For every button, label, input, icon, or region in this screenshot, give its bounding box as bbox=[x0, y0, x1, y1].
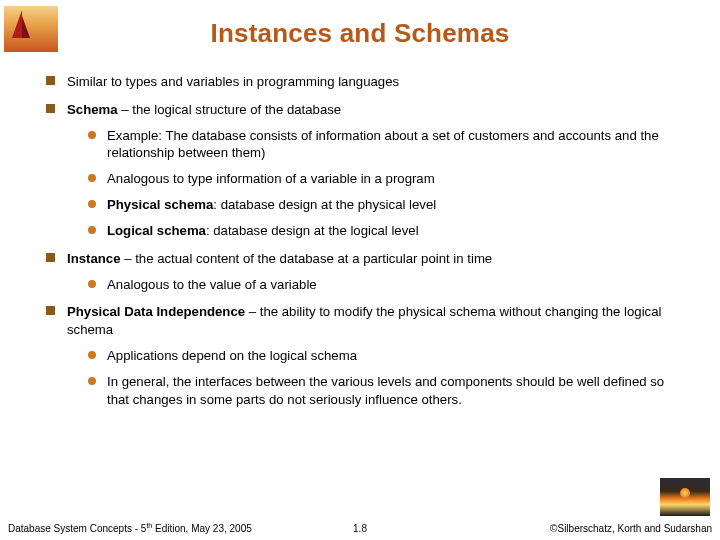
square-bullet-icon bbox=[46, 76, 55, 85]
subbullet-analogous-value: Analogous to the value of a variable bbox=[88, 276, 684, 294]
footer-left: Database System Concepts - 5th Edition, … bbox=[8, 522, 252, 534]
square-bullet-icon bbox=[46, 104, 55, 113]
round-bullet-icon bbox=[88, 351, 96, 359]
subbullet-interfaces: In general, the interfaces between the v… bbox=[88, 373, 684, 409]
round-bullet-icon bbox=[88, 280, 96, 288]
round-bullet-icon bbox=[88, 226, 96, 234]
slide-content: Similar to types and variables in progra… bbox=[0, 73, 720, 408]
subbullet-example: Example: The database consists of inform… bbox=[88, 127, 684, 163]
subbullet-physical-schema: Physical schema: database design at the … bbox=[88, 196, 684, 214]
round-bullet-icon bbox=[88, 200, 96, 208]
subbullet-applications-depend: Applications depend on the logical schem… bbox=[88, 347, 684, 365]
footer-right: ©Silberschatz, Korth and Sudarshan bbox=[550, 523, 712, 534]
bullet-text: Instance – the actual content of the dat… bbox=[67, 250, 684, 268]
subbullet-text: Analogous to type information of a varia… bbox=[107, 170, 684, 188]
footer-center: 1.8 bbox=[353, 523, 367, 534]
logo-bottom-right bbox=[660, 478, 710, 516]
round-bullet-icon bbox=[88, 131, 96, 139]
logo-top-left bbox=[4, 6, 58, 52]
square-bullet-icon bbox=[46, 306, 55, 315]
bullet-physical-data-independence: Physical Data Independence – the ability… bbox=[46, 303, 684, 339]
bullet-text: Schema – the logical structure of the da… bbox=[67, 101, 684, 119]
bullet-similar: Similar to types and variables in progra… bbox=[46, 73, 684, 91]
subbullet-analogous-type: Analogous to type information of a varia… bbox=[88, 170, 684, 188]
bullet-schema: Schema – the logical structure of the da… bbox=[46, 101, 684, 119]
subbullet-text: In general, the interfaces between the v… bbox=[107, 373, 684, 409]
round-bullet-icon bbox=[88, 377, 96, 385]
bullet-text: Similar to types and variables in progra… bbox=[67, 73, 684, 91]
subbullet-text: Applications depend on the logical schem… bbox=[107, 347, 684, 365]
bullet-text: Physical Data Independence – the ability… bbox=[67, 303, 684, 339]
subbullet-text: Example: The database consists of inform… bbox=[107, 127, 684, 163]
square-bullet-icon bbox=[46, 253, 55, 262]
subbullet-logical-schema: Logical schema: database design at the l… bbox=[88, 222, 684, 240]
bullet-instance: Instance – the actual content of the dat… bbox=[46, 250, 684, 268]
round-bullet-icon bbox=[88, 174, 96, 182]
subbullet-text: Logical schema: database design at the l… bbox=[107, 222, 684, 240]
subbullet-text: Physical schema: database design at the … bbox=[107, 196, 684, 214]
subbullet-text: Analogous to the value of a variable bbox=[107, 276, 684, 294]
slide-title: Instances and Schemas bbox=[0, 0, 720, 63]
